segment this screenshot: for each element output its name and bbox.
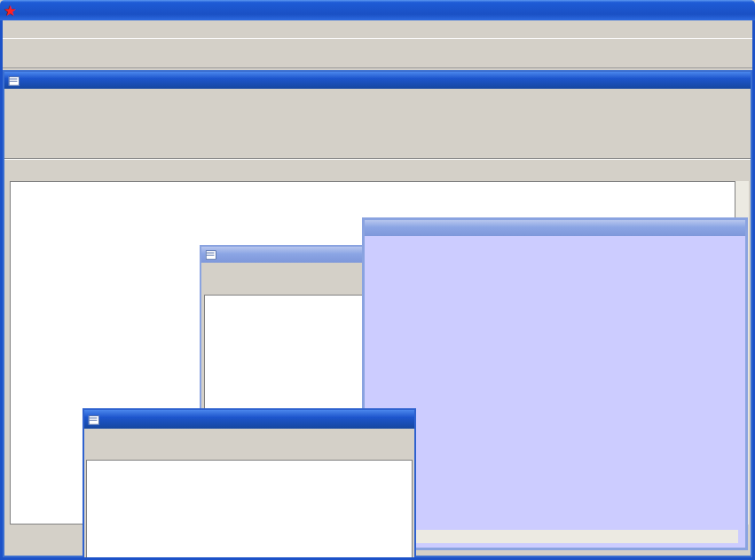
menu-bar: [3, 21, 752, 39]
search-row: [4, 158, 751, 181]
app-logo-icon: ★: [4, 4, 16, 17]
cards-titlebar: [4, 72, 751, 89]
filter-row: [4, 116, 751, 138]
categories-window: [83, 408, 416, 560]
categories-toolbar: [84, 429, 414, 460]
dialog-titlebar: [365, 220, 745, 236]
edit-card-dialog: [362, 217, 748, 550]
main-window: ★: [0, 0, 755, 560]
cards-window-icon: [8, 75, 20, 86]
window-border-left: [0, 20, 3, 560]
dialog-horizontal-scrollbar[interactable]: [372, 530, 738, 543]
categories-table: [86, 460, 413, 558]
tabs-row: [4, 138, 751, 158]
categories-window-icon: [88, 414, 99, 425]
cards-toolbar: [4, 89, 751, 116]
main-toolbar: [3, 40, 752, 68]
cards-table-header: [11, 182, 735, 195]
designs-window-icon: [205, 249, 216, 261]
categories-titlebar: [84, 410, 414, 429]
main-titlebar: ★: [0, 0, 755, 20]
